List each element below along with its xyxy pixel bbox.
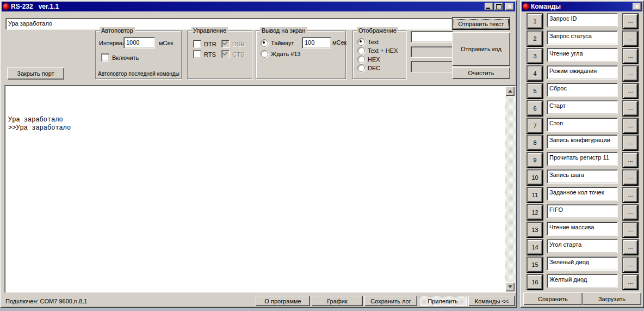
commands-titlebar[interactable]: Команды × — [522, 2, 642, 11]
save-commands-button[interactable]: Сохранить — [523, 292, 583, 305]
display-radio-dec[interactable]: DEC — [357, 64, 380, 72]
code-field-1[interactable] — [411, 31, 454, 42]
display-radio-hex[interactable]: HEX — [357, 56, 380, 63]
close-port-button[interactable]: Закрыть порт — [7, 68, 64, 80]
rts-checkbox[interactable]: RTS — [193, 50, 216, 58]
command-name-input[interactable]: Запись конфигурации — [547, 135, 618, 149]
command-send-button[interactable]: 16 — [527, 274, 543, 290]
close-button[interactable]: × — [633, 3, 641, 10]
command-more-button[interactable]: ... — [622, 13, 639, 29]
command-more-button[interactable]: ... — [622, 31, 639, 47]
autorepeat-enable-label: Включить — [112, 54, 139, 61]
command-row: 14 Угол старта ... — [520, 239, 644, 255]
command-more-button[interactable]: ... — [622, 187, 639, 203]
command-send-button[interactable]: 6 — [527, 100, 543, 117]
command-name-input[interactable]: Зеленый диод — [547, 257, 618, 271]
command-name-input[interactable]: Чтение угла — [547, 48, 618, 62]
command-more-button[interactable]: ... — [622, 169, 639, 186]
command-send-button[interactable]: 5 — [527, 83, 543, 99]
timeout-input[interactable]: 100 — [302, 37, 331, 48]
minimize-icon — [486, 8, 490, 9]
load-commands-button[interactable]: Загрузить — [583, 292, 641, 305]
dtr-label: DTR — [204, 41, 216, 47]
command-more-button[interactable]: ... — [622, 152, 639, 168]
command-name-input[interactable]: Стоп — [547, 118, 618, 132]
dtr-checkbox[interactable]: DTR — [193, 40, 216, 48]
command-send-button[interactable]: 4 — [527, 65, 543, 82]
command-more-button[interactable]: ... — [622, 48, 639, 64]
commands-toggle-button[interactable]: Команды << — [468, 296, 515, 306]
command-send-button[interactable]: 11 — [527, 187, 543, 203]
stick-toggle-button[interactable]: Прилепить — [419, 296, 467, 306]
command-name-input[interactable]: Заданное кол точек — [547, 187, 618, 201]
send-text-button[interactable]: Отправить текст — [452, 17, 510, 30]
radio-icon — [357, 56, 365, 63]
timeout-radio[interactable]: Таймаут — [261, 39, 294, 47]
command-name-input[interactable]: Чтение массива — [547, 222, 618, 236]
display-option-label: HEX — [368, 56, 380, 63]
command-row: 2 Запрос статуса ... — [520, 31, 644, 47]
command-name-input[interactable]: Старт — [547, 100, 618, 114]
command-send-button[interactable]: 7 — [527, 118, 543, 134]
command-more-button[interactable]: ... — [622, 65, 639, 82]
command-name-input[interactable]: FIFO — [547, 204, 618, 218]
command-send-button[interactable]: 15 — [527, 257, 543, 273]
terminal-log[interactable]: Ура заработало>>Ура заработало — [4, 85, 516, 293]
command-row: 5 Сброс ... — [520, 83, 644, 99]
display-group: Отображение Text Text + HEX HEX DEC — [352, 31, 406, 79]
command-row: 12 FIFO ... — [520, 204, 644, 221]
command-send-button[interactable]: 13 — [527, 222, 543, 238]
command-name-input[interactable]: Запись шага — [547, 169, 618, 184]
command-send-button[interactable]: 1 — [527, 13, 543, 29]
terminal-scrollbar[interactable] — [505, 87, 515, 291]
command-name-input[interactable]: Запрос ID — [547, 13, 618, 27]
code-field-3 — [411, 61, 454, 72]
display-option-label: Text + HEX — [368, 47, 398, 54]
save-log-button[interactable]: Сохранить лог — [364, 296, 417, 306]
graph-button[interactable]: График — [312, 296, 363, 306]
command-send-button[interactable]: 14 — [527, 239, 543, 255]
scroll-down-button[interactable] — [505, 282, 515, 291]
command-row: 11 Заданное кол точек ... — [520, 187, 644, 203]
main-titlebar[interactable]: RS-232 ver.1.1 × — [2, 2, 515, 11]
minimize-button[interactable] — [485, 3, 493, 10]
interval-input[interactable]: 1000 — [123, 37, 155, 48]
command-send-button[interactable]: 3 — [527, 48, 543, 64]
command-send-button[interactable]: 10 — [527, 169, 543, 186]
command-more-button[interactable]: ... — [622, 274, 639, 290]
app-icon — [523, 3, 529, 10]
command-more-button[interactable]: ... — [622, 239, 639, 255]
wait13-radio[interactable]: Ждать #13 — [261, 50, 301, 58]
timeout-label: Таймаут — [271, 40, 294, 46]
display-radio-text-hex[interactable]: Text + HEX — [357, 47, 398, 54]
close-button[interactable]: × — [505, 3, 514, 10]
command-send-button[interactable]: 9 — [527, 152, 543, 168]
command-name-input[interactable]: Угол старта — [547, 239, 618, 253]
clear-button[interactable]: Очистить — [452, 67, 510, 79]
command-more-button[interactable]: ... — [622, 204, 639, 221]
autorepeat-enable-checkbox[interactable]: Включить — [101, 53, 139, 62]
command-more-button[interactable]: ... — [622, 83, 639, 99]
maximize-button[interactable] — [494, 3, 503, 10]
command-send-button[interactable]: 12 — [527, 204, 543, 221]
command-name-input[interactable]: Запрос статуса — [547, 31, 618, 45]
command-name-input[interactable]: Режим ожидания — [547, 65, 618, 80]
display-radio-text[interactable]: Text — [357, 38, 379, 46]
command-more-button[interactable]: ... — [622, 257, 639, 273]
command-send-button[interactable]: 8 — [527, 135, 543, 151]
send-code-button[interactable]: Отправить код — [452, 32, 510, 66]
command-name-input[interactable]: Прочитать регистр 11 — [547, 152, 618, 166]
command-send-button[interactable]: 2 — [527, 31, 543, 47]
checkbox-checked-icon — [221, 50, 230, 58]
command-more-button[interactable]: ... — [622, 100, 639, 117]
command-more-button[interactable]: ... — [622, 118, 639, 134]
command-more-button[interactable]: ... — [622, 222, 639, 238]
command-name-input[interactable]: Желтый диод — [547, 274, 618, 288]
radio-icon — [357, 47, 365, 54]
display-group-title: Отображение — [357, 27, 398, 34]
about-button[interactable]: О программе — [256, 296, 310, 306]
command-more-button[interactable]: ... — [622, 135, 639, 151]
scroll-up-button[interactable] — [505, 87, 515, 96]
command-name-input[interactable]: Сброс — [547, 83, 618, 97]
command-row: 7 Стоп ... — [520, 118, 644, 134]
